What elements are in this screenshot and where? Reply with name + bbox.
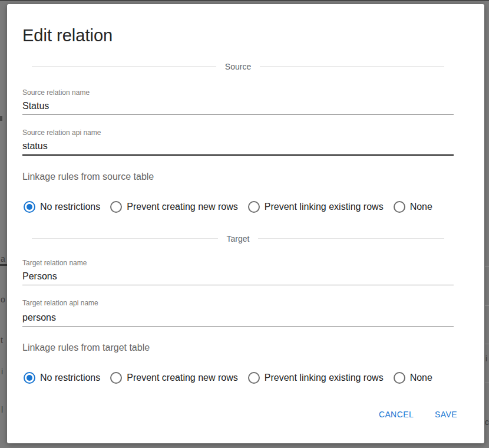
radio-option-label: None: [410, 372, 432, 383]
radio-option-prevent-creating-new-rows[interactable]: Prevent creating new rows: [110, 372, 238, 384]
backdrop-fragment-line: [485, 344, 489, 344]
backdrop-text-fragment: a: [1, 255, 6, 263]
backdrop-top-edge: [0, 0, 489, 1]
radio-option-label: Prevent creating new rows: [127, 201, 238, 212]
backdrop-fragment-mark: [0, 116, 2, 121]
backdrop-fragment-line: [485, 305, 489, 306]
divider-line: [260, 66, 444, 67]
radio-option-label: No restrictions: [40, 372, 100, 383]
backdrop-text-fragment: c: [485, 418, 489, 426]
source-relation-name-input[interactable]: [22, 100, 454, 115]
dialog-actions: CANCEL SAVE: [22, 409, 460, 420]
radio-icon[interactable]: [394, 372, 405, 384]
radio-option-no-restrictions[interactable]: No restrictions: [24, 372, 100, 384]
radio-option-label: Prevent linking existing rows: [265, 372, 384, 383]
radio-icon[interactable]: [24, 372, 35, 384]
radio-icon[interactable]: [110, 201, 122, 213]
backdrop-fragment-line: [485, 266, 489, 267]
source-relation-name-label: Source relation name: [22, 88, 454, 97]
radio-icon[interactable]: [248, 201, 260, 213]
edit-relation-dialog: Edit relation Source Source relation nam…: [7, 4, 484, 443]
radio-option-label: None: [410, 201, 432, 212]
backdrop-text-fragment: t: [1, 336, 6, 344]
target-relation-name-label: Target relation name: [22, 259, 454, 268]
backdrop-fragment-line: [0, 264, 7, 266]
radio-option-label: Prevent creating new rows: [127, 372, 238, 383]
radio-icon[interactable]: [24, 201, 35, 213]
radio-option-none[interactable]: None: [394, 201, 432, 213]
radio-option-prevent-linking-existing-rows[interactable]: Prevent linking existing rows: [248, 201, 384, 213]
cancel-button[interactable]: CANCEL: [376, 409, 416, 420]
linkage-rules-target-label: Linkage rules from target table: [22, 342, 454, 353]
source-linkage-radio-group: No restrictions Prevent creating new row…: [24, 201, 454, 213]
linkage-rules-source-label: Linkage rules from source table: [22, 171, 454, 182]
backdrop-text-fragment: o: [1, 295, 6, 304]
radio-option-label: Prevent linking existing rows: [265, 201, 384, 212]
divider-line: [32, 238, 218, 239]
target-section-divider: Target: [32, 233, 444, 244]
target-divider-label: Target: [227, 233, 250, 244]
dialog-title: Edit relation: [22, 25, 454, 46]
backdrop-text-fragment: l: [1, 406, 6, 414]
backdrop-text-fragment: i: [1, 367, 6, 375]
save-button[interactable]: SAVE: [432, 409, 460, 420]
radio-option-no-restrictions[interactable]: No restrictions: [24, 201, 100, 213]
divider-line: [32, 66, 216, 67]
radio-icon[interactable]: [394, 201, 405, 213]
source-section-divider: Source: [32, 61, 444, 72]
target-relation-api-name-label: Target relation api name: [22, 299, 454, 308]
target-relation-name-input[interactable]: [22, 271, 454, 285]
target-relation-api-name-input[interactable]: [22, 312, 454, 327]
radio-option-prevent-creating-new-rows[interactable]: Prevent creating new rows: [110, 201, 238, 213]
source-relation-api-name-label: Source relation api name: [22, 129, 454, 137]
radio-option-prevent-linking-existing-rows[interactable]: Prevent linking existing rows: [248, 372, 384, 384]
backdrop-text-fragment: i: [485, 354, 489, 363]
source-divider-label: Source: [225, 61, 251, 72]
backdrop-fragment-line: [485, 383, 489, 383]
source-relation-api-name-input[interactable]: [22, 140, 454, 156]
radio-icon[interactable]: [248, 372, 260, 384]
radio-icon[interactable]: [110, 372, 122, 384]
radio-option-label: No restrictions: [40, 201, 100, 212]
radio-option-none[interactable]: None: [394, 372, 432, 384]
target-linkage-radio-group: No restrictions Prevent creating new row…: [24, 372, 454, 384]
divider-line: [258, 238, 444, 239]
